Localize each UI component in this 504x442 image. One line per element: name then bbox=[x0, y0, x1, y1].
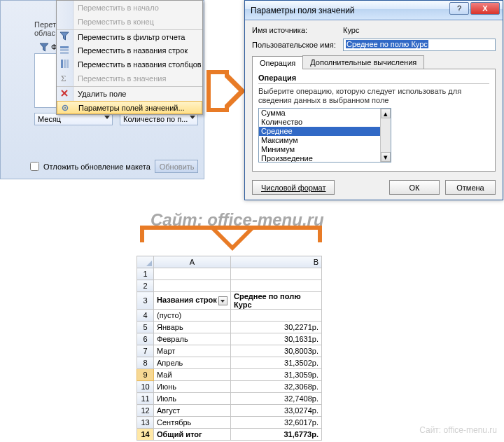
filter-dropdown-icon[interactable] bbox=[218, 296, 227, 305]
menu-item[interactable]: Параметры полей значений... bbox=[57, 101, 202, 114]
row-header[interactable]: 9 bbox=[137, 369, 154, 381]
cols-icon bbox=[59, 59, 69, 69]
svg-rect-4 bbox=[64, 60, 66, 68]
cell[interactable] bbox=[154, 268, 231, 280]
menu-item: ΣПереместить в значения bbox=[57, 71, 202, 85]
delete-icon bbox=[59, 88, 69, 98]
svg-text:Σ: Σ bbox=[61, 73, 66, 83]
cell[interactable]: 31,6773р. bbox=[231, 429, 322, 441]
cell[interactable]: 32,6017р. bbox=[231, 417, 322, 429]
menu-item-label: Переместить в конец bbox=[78, 18, 154, 26]
menu-item[interactable]: Переместить в названия столбцов bbox=[57, 57, 202, 71]
svg-rect-5 bbox=[66, 60, 69, 68]
flow-arrow-right bbox=[206, 46, 248, 137]
operation-option[interactable]: Количество bbox=[259, 118, 391, 127]
cell[interactable]: 32,3068р. bbox=[231, 381, 322, 393]
row-header[interactable]: 3 bbox=[137, 292, 154, 310]
row-labels-header[interactable]: Названия строк bbox=[154, 292, 231, 310]
source-name-value: Курс bbox=[343, 26, 359, 34]
listbox-scrollbar[interactable]: ▴ ▾ bbox=[380, 109, 391, 162]
row-header[interactable]: 12 bbox=[137, 405, 154, 417]
cell[interactable] bbox=[154, 280, 231, 292]
cell[interactable]: Апрель bbox=[154, 357, 231, 369]
row-header[interactable]: 5 bbox=[137, 322, 154, 333]
operation-option[interactable]: Среднее bbox=[259, 127, 391, 136]
operation-heading: Операция bbox=[258, 74, 489, 84]
menu-item-label: Переместить в названия столбцов bbox=[78, 60, 202, 69]
cell[interactable]: 30,8003р. bbox=[231, 345, 322, 357]
operation-listbox[interactable]: СуммаКоличествоСреднееМаксимумМинимумПро… bbox=[258, 108, 391, 163]
operation-option[interactable]: Минимум bbox=[259, 145, 391, 154]
refresh-button[interactable]: Обновить bbox=[155, 160, 198, 173]
row-header[interactable]: 11 bbox=[137, 393, 154, 405]
menu-item: Переместить в конец bbox=[57, 15, 202, 29]
svg-rect-1 bbox=[60, 49, 69, 51]
watermark-bottom: Cайт: office-menu.ru bbox=[419, 425, 497, 435]
value-header[interactable]: Среднее по полю Курс bbox=[231, 292, 322, 310]
operation-option[interactable]: Максимум bbox=[259, 136, 391, 145]
source-name-label: Имя источника: bbox=[252, 26, 343, 34]
row-header[interactable]: 1 bbox=[137, 268, 154, 280]
panel-truncated-text: Перет облас bbox=[34, 20, 58, 37]
defer-layout-checkbox[interactable] bbox=[30, 162, 39, 171]
row-header[interactable]: 10 bbox=[137, 381, 154, 393]
cell[interactable]: 33,0274р. bbox=[231, 405, 322, 417]
number-format-button[interactable]: Числовой формат bbox=[252, 180, 335, 195]
operation-option[interactable]: Сумма bbox=[259, 109, 391, 118]
scroll-up-icon[interactable]: ▴ bbox=[381, 109, 391, 118]
cancel-button[interactable]: Отмена bbox=[445, 180, 496, 195]
menu-item[interactable]: Удалить поле bbox=[57, 86, 202, 100]
tab-operation[interactable]: Операция bbox=[252, 56, 303, 69]
cell[interactable]: Июнь bbox=[154, 381, 231, 393]
column-header-a[interactable]: A bbox=[154, 256, 231, 268]
row-header[interactable]: 6 bbox=[137, 333, 154, 345]
menu-item-label: Переместить в значения bbox=[78, 74, 166, 83]
chevron-down-icon bbox=[190, 116, 195, 119]
cell[interactable]: 31,3059р. bbox=[231, 369, 322, 381]
tab-additional-calc[interactable]: Дополнительные вычисления bbox=[302, 55, 424, 69]
defer-layout-label: Отложить обновление макета bbox=[43, 163, 150, 171]
cell[interactable] bbox=[231, 310, 322, 322]
cell[interactable]: Май bbox=[154, 369, 231, 381]
dialog-titlebar[interactable]: Параметры поля значений ? X bbox=[245, 1, 503, 20]
cell[interactable]: Июль bbox=[154, 393, 231, 405]
row-header[interactable]: 7 bbox=[137, 345, 154, 357]
custom-name-label: Пользовательское имя: bbox=[252, 41, 343, 49]
row-header[interactable]: 13 bbox=[137, 417, 154, 429]
row-header[interactable]: 14 bbox=[137, 429, 154, 441]
menu-item-label: Переместить в фильтр отчета bbox=[78, 33, 185, 41]
close-button[interactable]: X bbox=[470, 2, 500, 15]
row-header[interactable]: 4 bbox=[137, 310, 154, 322]
value-field-settings-dialog: Параметры поля значений ? X Имя источник… bbox=[244, 0, 503, 200]
ok-button[interactable]: ОК bbox=[389, 180, 440, 195]
result-pivot-table[interactable]: A B 123Названия строкСреднее по полю Кур… bbox=[136, 256, 322, 441]
cell[interactable]: Общий итог bbox=[154, 429, 231, 441]
cell[interactable] bbox=[231, 280, 322, 292]
dialog-title: Параметры поля значений bbox=[251, 6, 355, 15]
help-button[interactable]: ? bbox=[449, 2, 469, 15]
custom-name-input[interactable]: Среднее по полю Курс bbox=[343, 39, 496, 51]
field-context-menu: Переместить в началоПереместить в конецП… bbox=[56, 0, 203, 115]
select-all-corner[interactable] bbox=[137, 256, 154, 268]
scroll-down-icon[interactable]: ▾ bbox=[381, 152, 391, 162]
row-header[interactable]: 8 bbox=[137, 357, 154, 369]
cell[interactable]: Февраль bbox=[154, 333, 231, 345]
cell[interactable]: (пусто) bbox=[154, 310, 231, 322]
menu-item[interactable]: Переместить в фильтр отчета bbox=[57, 29, 202, 43]
cell[interactable]: 30,2271р. bbox=[231, 322, 322, 333]
column-header-b[interactable]: B bbox=[231, 256, 322, 268]
cell[interactable]: Март bbox=[154, 345, 231, 357]
cell[interactable] bbox=[231, 268, 322, 280]
svg-rect-2 bbox=[60, 52, 69, 54]
cell[interactable]: 30,1631р. bbox=[231, 333, 322, 345]
svg-point-10 bbox=[64, 107, 66, 109]
cell[interactable]: 32,7408р. bbox=[231, 393, 322, 405]
chevron-down-icon bbox=[104, 116, 110, 119]
cell[interactable]: Январь bbox=[154, 322, 231, 333]
operation-option[interactable]: Произведение bbox=[259, 154, 391, 163]
row-header[interactable]: 2 bbox=[137, 280, 154, 292]
cell[interactable]: Сентябрь bbox=[154, 417, 231, 429]
menu-item[interactable]: Переместить в названия строк bbox=[57, 43, 202, 57]
cell[interactable]: Август bbox=[154, 405, 231, 417]
cell[interactable]: 31,3502р. bbox=[231, 357, 322, 369]
